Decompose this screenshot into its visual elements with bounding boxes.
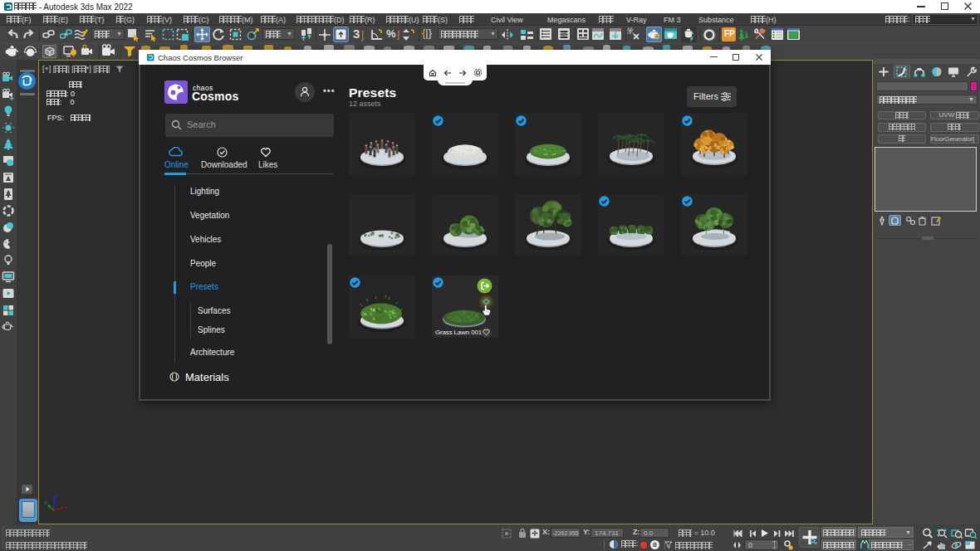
svg-text:z: z xyxy=(56,493,58,499)
svg-text:x: x xyxy=(45,500,48,505)
